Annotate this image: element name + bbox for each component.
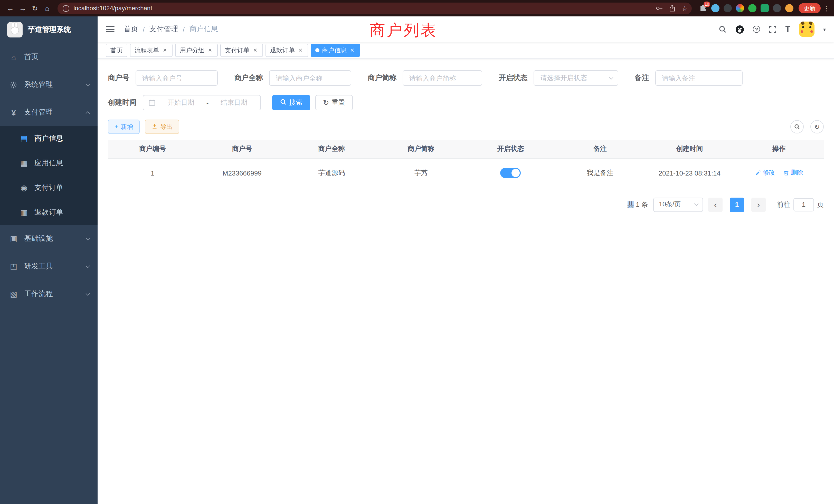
active-tab-dot	[315, 48, 320, 52]
avatar-caret-down-icon[interactable]: ▾	[823, 26, 826, 32]
close-icon[interactable]: ×	[252, 47, 258, 53]
cell-create-time: 2021-10-23 08:31:14	[645, 158, 734, 188]
add-button[interactable]: + 新增	[108, 120, 140, 134]
sidebar-item-app-info[interactable]: ▦ 应用信息	[0, 151, 97, 176]
help-icon[interactable]: ?	[753, 26, 760, 33]
browser-forward-button[interactable]: →	[17, 2, 29, 14]
tab-pay-order[interactable]: 支付订单 ×	[220, 44, 263, 57]
refresh-table-button[interactable]: ↻	[810, 120, 824, 134]
credit-card-icon: ▤	[20, 134, 28, 143]
merchant-no-label: 商户号	[108, 73, 129, 83]
tab-home[interactable]: 首页	[106, 44, 127, 57]
tab-merchant-info[interactable]: 商户信息 ×	[311, 44, 360, 57]
prev-page-button[interactable]: ‹	[708, 197, 723, 212]
chevron-down-icon	[86, 82, 90, 86]
goto-page-input[interactable]	[793, 198, 814, 211]
col-merchant-id: 商户编号	[108, 140, 197, 158]
table-header-row: 商户编号 商户号 商户全称 商户简称 开启状态 备注 创建时间 操作	[108, 140, 824, 158]
search-button[interactable]: 搜索	[272, 95, 310, 110]
delete-link[interactable]: 删除	[783, 168, 803, 177]
filter-row-1: 商户号 商户全称 商户简称 开启状态 请选择开启状态	[108, 70, 824, 86]
font-size-icon[interactable]: T	[785, 25, 790, 34]
close-icon[interactable]: ×	[349, 47, 355, 53]
password-key-icon[interactable]	[656, 5, 663, 12]
close-icon[interactable]: ×	[207, 47, 213, 53]
browser-back-button[interactable]: ←	[4, 2, 17, 14]
sidebar-toggle-button[interactable]	[106, 26, 114, 32]
show-search-button[interactable]	[790, 120, 804, 134]
page-size-select[interactable]: 10条/页	[653, 197, 703, 212]
range-separator: -	[206, 99, 209, 107]
extension-puzzle-icon[interactable]: 10	[699, 4, 707, 12]
status-label: 开启状态	[499, 73, 527, 83]
url-text[interactable]: localhost:1024/pay/merchant	[73, 5, 652, 12]
main-area: 商户列表 首页 / 支付管理 / 商户信息	[97, 17, 834, 504]
sidebar-item-payment[interactable]: ¥ 支付管理	[0, 98, 97, 126]
edit-link[interactable]: 修改	[755, 168, 775, 177]
server-icon: ▣	[9, 234, 18, 243]
browser-home-button[interactable]: ⌂	[41, 2, 53, 14]
browser-update-button[interactable]: 更新	[798, 3, 821, 13]
merchant-short-input[interactable]	[403, 70, 482, 86]
extension-pin-icon[interactable]	[773, 4, 781, 12]
remark-input[interactable]	[655, 70, 743, 86]
home-icon: ⌂	[9, 53, 18, 61]
user-avatar[interactable]	[799, 22, 814, 37]
sidebar-item-workflow[interactable]: ▧ 工作流程	[0, 280, 97, 308]
tab-process-form[interactable]: 流程表单 ×	[130, 44, 173, 57]
merchant-name-label: 商户全称	[234, 73, 263, 83]
tags-view-bar: 首页 流程表单 × 用户分组 × 支付订单 × 退款订单 ×	[97, 42, 834, 59]
github-icon[interactable]	[736, 25, 744, 33]
status-toggle[interactable]	[500, 168, 521, 178]
extension-green-circle-icon[interactable]	[748, 4, 756, 12]
create-time-label: 创建时间	[108, 98, 137, 107]
tab-user-group[interactable]: 用户分组 ×	[175, 44, 218, 57]
sidebar-item-devtools[interactable]: ◳ 研发工具	[0, 253, 97, 280]
merchant-no-input[interactable]	[136, 70, 218, 86]
sidebar-item-refund-order[interactable]: ▥ 退款订单	[0, 200, 97, 225]
navbar-actions: ? T ▾	[719, 22, 826, 37]
sidebar-item-infrastructure[interactable]: ▣ 基础设施	[0, 225, 97, 253]
cell-merchant-name: 芋道源码	[287, 158, 376, 188]
col-merchant-name: 商户全称	[287, 140, 376, 158]
sidebar-item-label: 研发工具	[24, 262, 53, 271]
browser-reload-button[interactable]: ↻	[29, 2, 41, 14]
cell-merchant-short: 芋艿	[376, 158, 466, 188]
close-icon[interactable]: ×	[162, 47, 168, 53]
end-date-placeholder[interactable]: 结束日期	[213, 98, 255, 107]
profile-avatar-icon[interactable]	[785, 4, 793, 12]
extension-blue-icon[interactable]	[711, 4, 720, 12]
calendar-icon	[148, 99, 156, 106]
export-button[interactable]: 导出	[145, 120, 179, 134]
site-info-icon[interactable]: i	[63, 5, 69, 12]
fullscreen-icon[interactable]	[769, 25, 776, 33]
status-select[interactable]: 请选择开启状态	[533, 70, 618, 86]
merchant-table: 商户编号 商户号 商户全称 商户简称 开启状态 备注 创建时间 操作 1	[108, 140, 824, 188]
page-1-button[interactable]: 1	[730, 197, 744, 212]
share-icon[interactable]	[669, 5, 676, 12]
create-time-range-picker[interactable]: 开始日期 - 结束日期	[143, 95, 261, 110]
extension-multicolor-icon[interactable]	[736, 4, 744, 12]
sidebar-item-label: 支付管理	[24, 108, 53, 117]
sidebar-item-home[interactable]: ⌂ 首页	[0, 43, 97, 71]
next-page-button[interactable]: ›	[751, 197, 766, 212]
address-bar[interactable]: i localhost:1024/pay/merchant ☆	[58, 2, 692, 14]
reset-button[interactable]: ↻ 重置	[315, 95, 353, 110]
tab-refund-order[interactable]: 退款订单 ×	[265, 44, 308, 57]
extension-green-square-icon[interactable]	[761, 4, 769, 12]
bookmark-star-icon[interactable]: ☆	[682, 4, 688, 12]
sidebar-item-system[interactable]: 系统管理	[0, 71, 97, 98]
start-date-placeholder[interactable]: 开始日期	[160, 98, 202, 107]
table-row: 1 M233666999 芋道源码 芋艿 我是备注 2021-10-23 08:…	[108, 158, 824, 188]
close-icon[interactable]: ×	[297, 47, 304, 53]
sidebar-item-pay-order[interactable]: ◉ 支付订单	[0, 176, 97, 200]
col-create-time: 创建时间	[645, 140, 734, 158]
sidebar-item-merchant-info[interactable]: ▤ 商户信息	[0, 126, 97, 151]
extension-dark-icon[interactable]	[724, 4, 732, 12]
search-icon[interactable]	[719, 25, 727, 33]
browser-menu-icon[interactable]: ⋮	[823, 4, 830, 12]
breadcrumb-payment[interactable]: 支付管理	[150, 25, 178, 34]
app-logo[interactable]: 芋道管理系统	[0, 17, 97, 43]
breadcrumb-home[interactable]: 首页	[124, 25, 138, 34]
merchant-name-input[interactable]	[269, 70, 351, 86]
